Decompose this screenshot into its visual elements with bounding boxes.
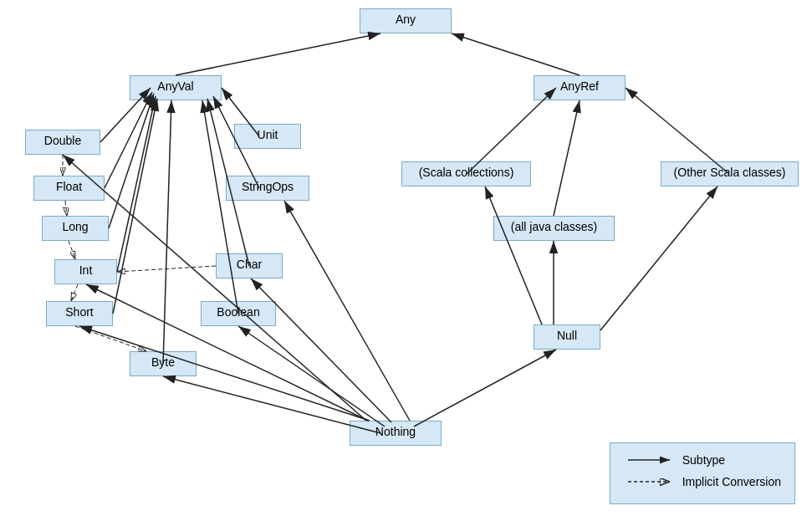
legend-subtype-line xyxy=(624,452,674,468)
svg-line-30 xyxy=(163,376,380,433)
legend-subtype-label: Subtype xyxy=(682,453,725,467)
node-any: Any xyxy=(360,8,452,33)
legend-subtype: Subtype xyxy=(624,452,781,468)
node-unit: Unit xyxy=(234,124,301,149)
svg-line-19 xyxy=(75,326,146,351)
svg-line-7 xyxy=(109,94,154,228)
diagram-container: Any AnyVal AnyRef Double Float Long Int … xyxy=(0,0,812,521)
svg-line-31 xyxy=(238,326,385,427)
node-int: Int xyxy=(54,259,117,284)
svg-line-23 xyxy=(554,100,580,216)
node-null: Null xyxy=(534,324,600,350)
node-float: Float xyxy=(33,176,105,201)
node-long: Long xyxy=(42,216,109,241)
legend-implicit-label: Implicit Conversion xyxy=(682,475,781,488)
svg-line-10 xyxy=(163,100,171,364)
svg-line-4 xyxy=(452,33,580,75)
svg-line-34 xyxy=(284,201,410,421)
svg-line-6 xyxy=(105,92,152,188)
node-nothing: Nothing xyxy=(350,421,442,446)
node-other-scala-classes: (Other Scala classes) xyxy=(661,161,799,186)
svg-line-26 xyxy=(600,186,718,330)
svg-line-29 xyxy=(79,326,370,421)
legend: Subtype Implicit Conversion xyxy=(610,442,795,504)
svg-line-25 xyxy=(485,186,542,324)
svg-line-20 xyxy=(117,266,216,272)
node-stringops: StringOps xyxy=(226,176,309,201)
svg-line-3 xyxy=(176,33,380,75)
svg-line-9 xyxy=(113,99,157,314)
svg-line-14 xyxy=(202,100,238,314)
node-anyval: AnyVal xyxy=(130,75,222,100)
svg-line-32 xyxy=(414,350,556,427)
legend-implicit-line xyxy=(624,473,674,490)
node-boolean: Boolean xyxy=(201,301,276,326)
node-java-classes: (all java classes) xyxy=(493,216,615,241)
svg-line-27 xyxy=(63,155,366,421)
svg-line-18 xyxy=(71,284,78,301)
svg-line-16 xyxy=(65,201,67,216)
node-anyref: AnyRef xyxy=(534,75,626,100)
svg-line-17 xyxy=(69,241,75,259)
node-scala-collections: (Scala collections) xyxy=(401,161,531,186)
node-double: Double xyxy=(25,130,100,155)
node-char: Char xyxy=(216,253,283,278)
node-byte: Byte xyxy=(130,351,197,376)
legend-implicit: Implicit Conversion xyxy=(624,473,781,490)
svg-line-8 xyxy=(117,96,156,272)
svg-line-33 xyxy=(251,278,391,422)
node-short: Short xyxy=(46,301,113,326)
